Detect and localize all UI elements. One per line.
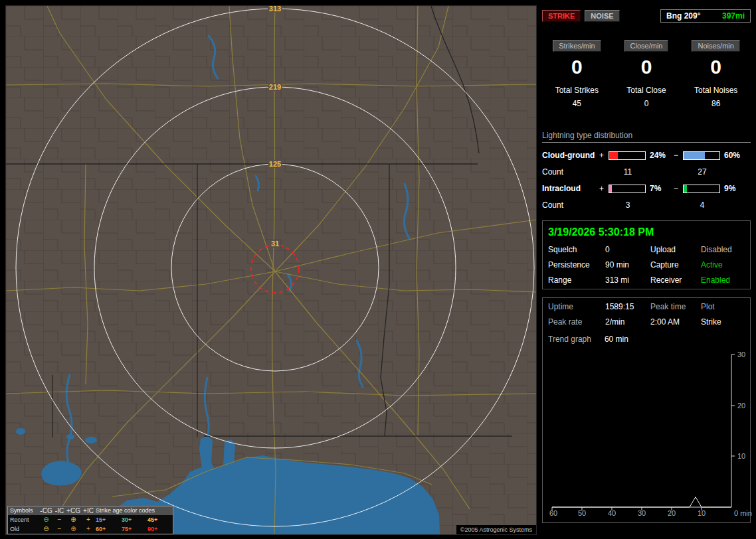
peak-rate-value: 2/min [605, 317, 650, 327]
close-per-min-button[interactable]: Close/min [624, 40, 669, 52]
neg-ic-old-icon: − [53, 526, 66, 532]
map-graphics: 313 219 125 31 [6, 6, 536, 534]
total-strikes-value: 45 [542, 99, 612, 108]
legend-col-pos-ic: +IC [81, 508, 96, 514]
bearing-distance: 397mi [722, 11, 745, 21]
symbols-legend: Symbols -CG -IC +CG +IC Strike age color… [7, 506, 173, 534]
cg-positive-bar [609, 151, 646, 160]
ic-count-label: Count [542, 200, 599, 210]
total-close-label: Total Close [612, 86, 682, 95]
pos-ic-recent-icon: + [81, 516, 96, 523]
bearing-value: Bng 209° [666, 11, 700, 21]
persistence-label: Persistence [548, 260, 605, 270]
ic-positive-bar [609, 185, 646, 193]
noises-per-min-button[interactable]: Noises/min [692, 40, 739, 52]
plot-label: Plot [701, 302, 745, 311]
strike-mode-button[interactable]: STRIKE [542, 10, 581, 22]
plus-sign: + [599, 184, 609, 193]
x-tick-20: 20 [668, 509, 676, 516]
legend-col-neg-ic: -IC [53, 508, 66, 514]
rate-counters: Strikes/min 0 Total Strikes 45 Close/min… [542, 40, 751, 108]
age-45: 45+ [147, 517, 171, 523]
minus-sign: − [674, 184, 683, 193]
cg-count-label: Count [542, 167, 599, 177]
ic-negative-count: 4 [683, 200, 721, 210]
cg-negative-count: 27 [683, 167, 721, 177]
peak-rate-label: Peak rate [548, 317, 605, 327]
upload-label: Upload [650, 245, 701, 254]
y-tick-10: 10 [737, 452, 745, 460]
upload-status: Disabled [701, 245, 745, 254]
range-ring-label: 313 [269, 6, 281, 13]
peak-time-label: Peak time [650, 302, 701, 311]
pos-ic-old-icon: + [81, 526, 96, 532]
receiver-label: Receiver [650, 275, 701, 285]
pos-cg-old-icon: ⊕ [66, 526, 81, 532]
squelch-label: Squelch [548, 245, 605, 254]
receiver-status: Enabled [701, 275, 745, 285]
total-close-value: 0 [612, 99, 682, 108]
intracloud-label: Intracloud [542, 184, 599, 193]
age-30: 30+ [122, 517, 147, 523]
range-ring-label: 219 [269, 83, 281, 91]
ic-negative-bar [683, 185, 720, 193]
legend-age-header: Strike age color codes [96, 508, 171, 514]
y-tick-30: 30 [737, 350, 745, 358]
range-ring-label: 125 [269, 160, 281, 168]
neg-cg-recent-icon: ⊖ [39, 516, 53, 523]
mode-toolbar: STRIKE NOISE Bng 209° 397mi [542, 9, 751, 23]
neg-ic-recent-icon: − [53, 516, 66, 523]
copyright-notice: ©2005 Astrogenic Systems [456, 525, 536, 534]
squelch-value: 0 [605, 245, 650, 254]
strikes-per-min-button[interactable]: Strikes/min [553, 40, 601, 52]
lightning-map[interactable]: 313 219 125 31 Symbols -CG -IC +CG +IC S… [5, 5, 537, 535]
strikes-per-min-value: 0 [542, 56, 612, 78]
noise-mode-button[interactable]: NOISE [585, 10, 619, 22]
trend-graph-label: Trend graph [548, 335, 591, 344]
legend-col-pos-cg: +CG [66, 508, 81, 514]
x-tick-50: 50 [578, 509, 586, 516]
age-90: 90+ [147, 526, 171, 532]
receiver-status-panel: 3/19/2026 5:30:18 PM Squelch 0 Upload Di… [542, 220, 751, 289]
y-tick-20: 20 [737, 402, 745, 410]
age-75: 75+ [122, 526, 147, 532]
distribution-title: Lightning type distribution [542, 131, 751, 143]
cg-positive-count: 11 [609, 167, 647, 177]
cg-negative-bar [683, 151, 720, 160]
total-noises-label: Total Noises [681, 86, 751, 95]
neg-cg-old-icon: ⊖ [39, 526, 53, 532]
bearing-readout: Bng 209° 397mi [660, 9, 751, 23]
stats-panel: Uptime 1589:15 Peak time Plot Peak rate … [542, 297, 751, 523]
age-60: 60+ [96, 526, 122, 532]
status-sidebar: STRIKE NOISE Bng 209° 397mi Strikes/min … [542, 5, 751, 534]
x-tick-40: 40 [608, 509, 616, 516]
uptime-value: 1589:15 [605, 302, 650, 311]
peak-time-value: 2:00 AM [650, 317, 701, 327]
noises-per-min-value: 0 [681, 56, 751, 78]
range-value: 313 mi [605, 275, 650, 285]
strike-rate-trend-line [552, 497, 731, 507]
legend-symbols-header: Symbols [10, 508, 39, 514]
cg-positive-percent: 24% [647, 151, 674, 160]
ic-positive-percent: 7% [647, 184, 674, 193]
capture-label: Capture [650, 260, 701, 270]
close-counter: Close/min 0 Total Close 0 [612, 40, 682, 108]
ic-positive-count: 3 [609, 200, 647, 210]
ic-negative-percent: 9% [721, 184, 748, 193]
legend-old-label: Old [10, 526, 39, 532]
uptime-label: Uptime [548, 302, 605, 311]
trend-graph-window: 60 min [605, 335, 628, 344]
x-tick-60: 60 [549, 509, 557, 516]
age-15: 15+ [96, 517, 122, 523]
minus-sign: − [674, 151, 683, 160]
capture-status: Active [701, 260, 745, 270]
range-label: Range [548, 275, 605, 285]
pos-cg-recent-icon: ⊕ [66, 516, 81, 523]
legend-recent-label: Recent [10, 517, 39, 523]
legend-col-neg-cg: -CG [39, 508, 53, 514]
x-tick-30: 30 [638, 509, 646, 516]
close-per-min-value: 0 [612, 56, 682, 78]
current-datetime: 3/19/2026 5:30:18 PM [548, 226, 745, 238]
x-tick-10: 10 [698, 509, 706, 516]
x-tick-0min: 0 min [734, 509, 752, 516]
